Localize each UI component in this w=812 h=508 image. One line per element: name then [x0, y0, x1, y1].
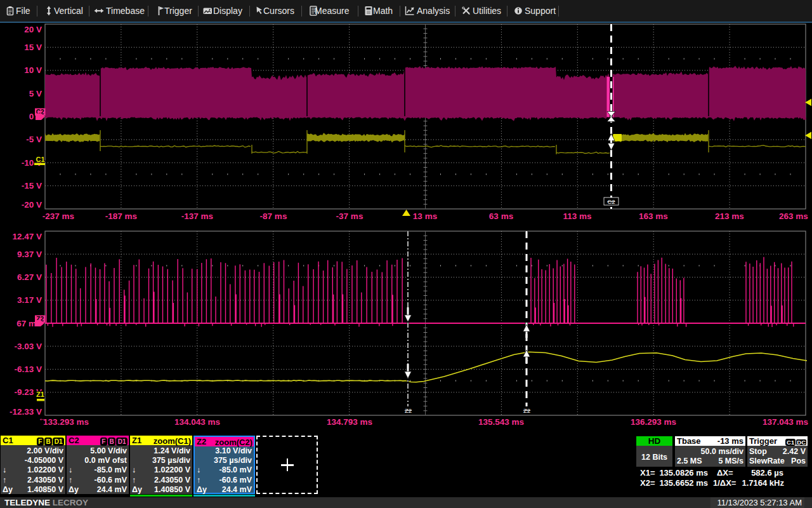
svg-text:137.043 ms: 137.043 ms — [763, 417, 808, 427]
svg-text:3.17 V: 3.17 V — [17, 295, 42, 305]
svg-text:263 ms: 263 ms — [779, 211, 808, 221]
svg-text:13 ms: 13 ms — [413, 211, 437, 221]
svg-text:-37 ms: -37 ms — [336, 211, 363, 221]
svg-text:134.793 ms: 134.793 ms — [327, 417, 372, 427]
svg-text:-15 V: -15 V — [22, 181, 42, 190]
svg-text:10 V: 10 V — [24, 65, 42, 75]
svg-text:12.47 V: 12.47 V — [12, 232, 42, 241]
svg-text:-20 V: -20 V — [22, 200, 42, 210]
svg-text:-87 ms: -87 ms — [260, 211, 287, 221]
svg-text:-6.13 V: -6.13 V — [14, 364, 42, 374]
svg-text:134.043 ms: 134.043 ms — [174, 417, 220, 427]
svg-text:6.27 V: 6.27 V — [17, 272, 42, 282]
svg-text:C1: C1 — [36, 156, 44, 163]
svg-text:5 V: 5 V — [29, 89, 42, 98]
svg-text:20 V: 20 V — [24, 25, 42, 34]
svg-text:-3.03 V: -3.03 V — [14, 342, 42, 351]
svg-text:163 ms: 163 ms — [639, 211, 668, 221]
svg-text:←: ← — [38, 413, 47, 423]
svg-text:9.37 V: 9.37 V — [17, 250, 42, 259]
svg-text:63 ms: 63 ms — [489, 211, 513, 221]
svg-text:113 ms: 113 ms — [563, 211, 591, 221]
svg-text:-187 ms: -187 ms — [105, 211, 137, 221]
svg-text:15 V: 15 V — [24, 43, 42, 52]
svg-text:133.293 ms: 133.293 ms — [43, 417, 89, 427]
svg-text:135.543 ms: 135.543 ms — [478, 417, 524, 427]
svg-text:C2: C2 — [607, 198, 615, 205]
svg-text:Z2: Z2 — [405, 407, 412, 414]
svg-text:136.293 ms: 136.293 ms — [631, 417, 676, 427]
svg-text:-137 ms: -137 ms — [181, 211, 213, 221]
svg-text:-237 ms: -237 ms — [43, 211, 74, 221]
svg-text:Z2: Z2 — [523, 407, 530, 414]
svg-text:213 ms: 213 ms — [715, 211, 744, 221]
svg-text:-12.33 V: -12.33 V — [10, 407, 42, 417]
svg-text:Z1: Z1 — [36, 391, 44, 398]
svg-text:-5 V: -5 V — [26, 135, 42, 144]
